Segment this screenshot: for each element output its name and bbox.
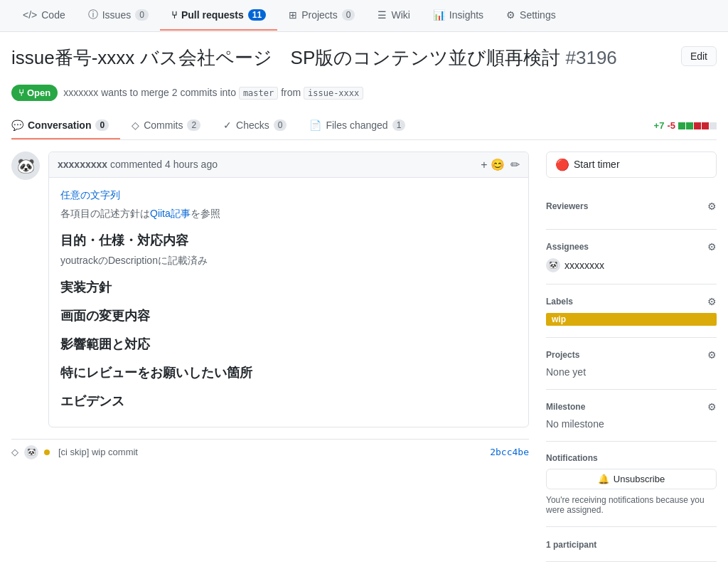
pr-count: 11 <box>248 9 266 21</box>
comment-header-actions: + 😊 ✏ <box>481 158 520 171</box>
tab-settings[interactable]: ⚙ Settings <box>495 1 567 31</box>
commit-hash[interactable]: 2bcc4be <box>490 447 529 457</box>
qiita-link[interactable]: Qiita記事 <box>150 208 191 219</box>
repo-nav: </> Code ⓘ Issues 0 ⑂ Pull requests 11 ⊞… <box>0 0 728 32</box>
checks-count: 0 <box>274 119 287 131</box>
conversation-count: 0 <box>95 119 109 131</box>
sidebar-labels: Labels ⚙ wip <box>546 284 717 338</box>
base-branch: master <box>239 87 278 100</box>
tab-files-changed[interactable]: 📄 Files changed 1 <box>298 112 417 139</box>
unsubscribe-button[interactable]: 🔔 Unsubscribe <box>546 469 717 489</box>
head-branch: issue-xxxx <box>304 87 363 100</box>
wip-label: wip <box>546 313 717 326</box>
tab-wiki[interactable]: ☰ Wiki <box>366 1 421 31</box>
section-heading-2: 実装方針 <box>60 279 517 296</box>
milestone-gear-button[interactable]: ⚙ <box>707 401 717 413</box>
sidebar-assignees-header: Assignees ⚙ <box>546 241 717 252</box>
pr-title: issue番号-xxxx バス会社ページ SP版のコンテンツ並び順再検討 #31… <box>11 46 670 70</box>
tab-checks[interactable]: ✓ Checks 0 <box>212 112 298 139</box>
tab-code[interactable]: </> Code <box>11 1 77 31</box>
section-heading-4: 影響範囲と対応 <box>60 336 517 353</box>
comment-body: 任意の文字列 各項目の記述方針はQiita記事を参照 目的・仕様・対応内容 yo… <box>49 178 528 427</box>
checks-icon: ✓ <box>223 119 232 131</box>
reviewers-gear-button[interactable]: ⚙ <box>707 201 717 212</box>
section-heading-5: 特にレビューをお願いしたい箇所 <box>60 364 517 381</box>
diff-block-1 <box>678 122 685 129</box>
tab-conversation[interactable]: 💬 Conversation 0 <box>11 112 120 139</box>
projects-value: None yet <box>546 366 586 378</box>
comment-box: 🐼 xxxxxxxxx commented 4 hours ago + 😊 ✏ <box>11 151 529 427</box>
main-content: issue番号-xxxx バス会社ページ SP版のコンテンツ並び順再検討 #31… <box>0 32 728 569</box>
pr-status-icon: ⑂ <box>18 87 24 98</box>
youtrack-text: youtrackのDescriptionに記載済み <box>60 255 517 267</box>
comment-ref: 各項目の記述方針はQiita記事を参照 <box>60 208 517 220</box>
notification-note: You're receiving notifications because y… <box>546 495 717 515</box>
pr-title-row: issue番号-xxxx バス会社ページ SP版のコンテンツ並び順再検討 #31… <box>11 46 717 76</box>
sidebar-labels-header: Labels ⚙ <box>546 296 717 307</box>
sidebar-participants: 1 participant <box>546 527 717 562</box>
files-count: 1 <box>392 119 406 131</box>
diff-block-2 <box>686 122 693 129</box>
commit-avatar: 🐼 <box>24 445 38 459</box>
start-timer-button[interactable]: 🔴 Start timer <box>546 151 717 178</box>
diff-block-5 <box>710 122 717 129</box>
milestone-value: No milestone <box>546 418 604 430</box>
pr-title-area: issue番号-xxxx バス会社ページ SP版のコンテンツ並び順再検討 #31… <box>11 46 670 76</box>
comment-author-time: xxxxxxxxx commented 4 hours ago <box>58 159 218 170</box>
projects-gear-button[interactable]: ⚙ <box>707 349 717 361</box>
code-icon: </> <box>23 9 37 21</box>
edit-comment-button[interactable]: ✏ <box>510 158 520 171</box>
diff-deletions: -5 <box>667 120 675 131</box>
commit-row: ◇ 🐼 [ci skip] wip commit 2bcc4be <box>11 439 529 465</box>
projects-icon: ⊞ <box>289 9 297 21</box>
sidebar-notifications: Notifications 🔔 Unsubscribe You're recei… <box>546 442 717 527</box>
add-reaction-button[interactable]: + 😊 <box>481 158 505 171</box>
sidebar-projects-header: Projects ⚙ <box>546 349 717 361</box>
assignee-item: 🐼 xxxxxxxx <box>546 258 717 272</box>
timer-icon: 🔴 <box>555 158 569 171</box>
pr-sidebar: 🔴 Start timer Reviewers ⚙ Assignees ⚙ 🐼 … <box>546 151 717 562</box>
assignee-avatar: 🐼 <box>546 258 560 272</box>
diff-bar <box>678 122 717 129</box>
files-icon: 📄 <box>309 119 321 131</box>
issues-count: 0 <box>135 9 149 21</box>
participants-label: 1 participant <box>546 540 596 550</box>
tab-projects[interactable]: ⊞ Projects 0 <box>277 1 366 31</box>
commits-icon: ◇ <box>132 119 139 131</box>
tab-insights[interactable]: 📊 Insights <box>422 1 495 31</box>
pr-meta: ⑂ Open xxxxxxx wants to merge 2 commits … <box>11 85 717 101</box>
pr-number: #3196 <box>566 47 617 68</box>
comment-content: xxxxxxxxx commented 4 hours ago + 😊 ✏ 任意… <box>48 151 529 427</box>
section-heading-6: エビデンス <box>60 393 517 410</box>
sidebar-notifications-header: Notifications <box>546 453 717 463</box>
sidebar-reviewers-header: Reviewers ⚙ <box>546 201 717 212</box>
insights-icon: 📊 <box>433 9 445 21</box>
sidebar-milestone-header: Milestone ⚙ <box>546 401 717 413</box>
diff-additions: +7 <box>654 120 665 131</box>
pr-icon: ⑂ <box>171 9 177 21</box>
tab-pull-requests[interactable]: ⑂ Pull requests 11 <box>160 1 277 31</box>
commit-branch-icon: ◇ <box>11 447 18 457</box>
labels-gear-button[interactable]: ⚙ <box>707 296 717 307</box>
wiki-icon: ☰ <box>378 9 387 21</box>
commit-message: [ci skip] wip commit <box>58 447 138 457</box>
diff-block-4 <box>702 122 709 129</box>
edit-button[interactable]: Edit <box>681 46 717 66</box>
sidebar-projects: Projects ⚙ None yet <box>546 338 717 390</box>
pr-status-badge: ⑂ Open <box>11 85 58 101</box>
commit-dot-status <box>44 447 53 457</box>
tab-commits[interactable]: ◇ Commits 2 <box>120 112 212 139</box>
section-heading-1: 目的・仕様・対応内容 <box>60 232 517 249</box>
issues-icon: ⓘ <box>88 9 98 21</box>
assignees-gear-button[interactable]: ⚙ <box>707 241 717 252</box>
avatar: 🐼 <box>11 151 40 180</box>
pr-body: 🐼 xxxxxxxxx commented 4 hours ago + 😊 ✏ <box>11 151 717 562</box>
tab-issues[interactable]: ⓘ Issues 0 <box>77 0 160 31</box>
assignee-name: xxxxxxxx <box>564 260 604 271</box>
pr-tabs: 💬 Conversation 0 ◇ Commits 2 ✓ Checks 0 … <box>11 112 717 140</box>
comment-header: xxxxxxxxx commented 4 hours ago + 😊 ✏ <box>49 152 528 178</box>
pr-description: xxxxxxx wants to merge 2 commits into ma… <box>63 87 363 98</box>
bell-icon: 🔔 <box>598 474 609 484</box>
conversation-icon: 💬 <box>11 119 23 131</box>
comment-link[interactable]: 任意の文字列 <box>60 189 120 201</box>
